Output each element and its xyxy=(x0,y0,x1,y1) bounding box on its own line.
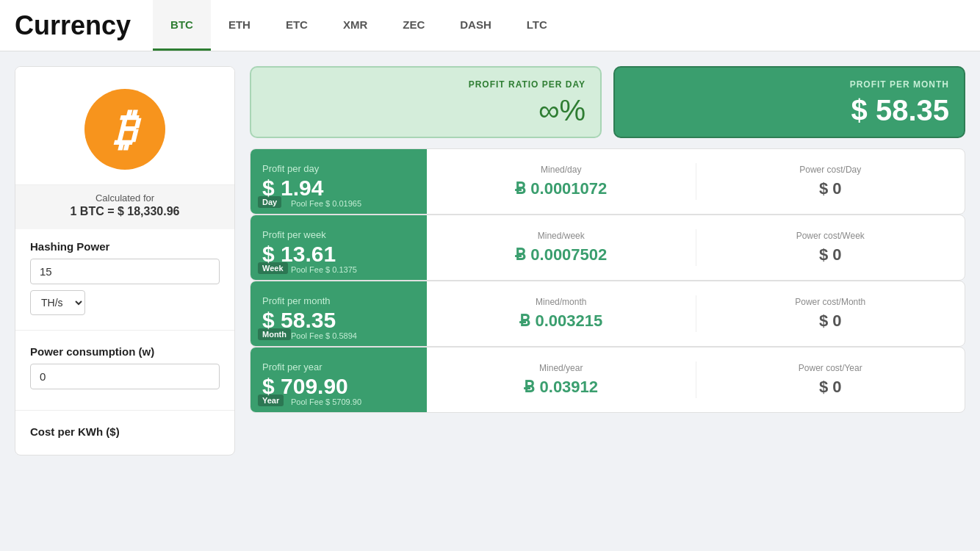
btc-price: 1 BTC = $ 18,330.96 xyxy=(30,205,220,218)
profit-ratio-card: PROFIT RATIO PER DAY ∞% xyxy=(250,66,602,138)
mined-label-day: Mined/day xyxy=(434,165,688,175)
mined-label-week: Mined/week xyxy=(434,231,688,241)
mined-value-week: Ƀ 0.0007502 xyxy=(434,245,688,264)
hashing-power-label: Hashing Power xyxy=(30,240,220,253)
data-row-right-year: Mined/year Ƀ 0.03912 Power cost/Year $ 0 xyxy=(427,347,965,412)
mined-label-year: Mined/year xyxy=(434,363,688,373)
tab-zec[interactable]: ZEC xyxy=(385,0,442,51)
row-period-badge-day: Day xyxy=(258,196,281,208)
power-value-day: $ 0 xyxy=(704,179,958,198)
power-value-year: $ 0 xyxy=(704,378,958,397)
power-label-day: Power cost/Day xyxy=(704,165,958,175)
row-period-badge-week: Week xyxy=(258,262,288,274)
data-row-right-day: Mined/day Ƀ 0.0001072 Power cost/Day $ 0 xyxy=(427,149,965,214)
row-fee-week: Pool Fee $ 0.1375 xyxy=(291,265,357,274)
calculated-for-label: Calculated for xyxy=(30,192,220,204)
profit-ratio-label: PROFIT RATIO PER DAY xyxy=(469,79,586,90)
cost-kwh-section: Cost per KWh ($) xyxy=(15,414,234,455)
power-value-week: $ 0 xyxy=(704,245,958,264)
power-consumption-input[interactable] xyxy=(30,364,220,389)
profit-ratio-value: ∞% xyxy=(538,96,586,125)
row-title-year: Profit per year xyxy=(262,361,415,372)
data-row-left-week: Profit per week $ 13.61 Week Pool Fee $ … xyxy=(251,215,427,280)
power-consumption-label: Power consumption (w) xyxy=(30,345,220,358)
profit-month-label: PROFIT PER MONTH xyxy=(850,79,949,90)
data-row-right-month: Mined/month Ƀ 0.003215 Power cost/Month … xyxy=(427,281,965,346)
row-period-badge-month: Month xyxy=(258,328,291,340)
currency-tabs: BTCETHETCXMRZECDASHLTC xyxy=(153,0,565,51)
row-fee-month: Pool Fee $ 0.5894 xyxy=(291,331,357,340)
tab-xmr[interactable]: XMR xyxy=(325,0,385,51)
hashing-unit-select[interactable]: TH/s GH/s MH/s xyxy=(30,290,85,315)
power-cell-day: Power cost/Day $ 0 xyxy=(696,157,965,206)
mined-value-year: Ƀ 0.03912 xyxy=(434,378,688,397)
data-row-left-month: Profit per month $ 58.35 Month Pool Fee … xyxy=(251,281,427,346)
data-rows-container: Profit per day $ 1.94 Day Pool Fee $ 0.0… xyxy=(250,148,965,413)
right-panel: PROFIT RATIO PER DAY ∞% PROFIT PER MONTH… xyxy=(250,66,965,455)
btc-logo: ₿ xyxy=(84,89,165,170)
mined-cell-week: Mined/week Ƀ 0.0007502 xyxy=(427,223,696,272)
row-fee-year: Pool Fee $ 5709.90 xyxy=(291,397,361,406)
row-value-year: $ 709.90 xyxy=(262,374,415,398)
data-row-week: Profit per week $ 13.61 Week Pool Fee $ … xyxy=(250,215,965,281)
tab-dash[interactable]: DASH xyxy=(442,0,509,51)
mined-value-month: Ƀ 0.003215 xyxy=(434,311,688,331)
page-title: Currency xyxy=(15,10,131,41)
hashing-power-section: Hashing Power TH/s GH/s MH/s xyxy=(15,229,234,326)
profit-month-card: PROFIT PER MONTH $ 58.35 xyxy=(613,66,965,138)
mined-cell-year: Mined/year Ƀ 0.03912 xyxy=(427,356,696,404)
data-row-left-year: Profit per year $ 709.90 Year Pool Fee $… xyxy=(251,347,427,412)
tab-etc[interactable]: ETC xyxy=(268,0,325,51)
row-title-week: Profit per week xyxy=(262,229,415,240)
coin-price-area: Calculated for 1 BTC = $ 18,330.96 xyxy=(15,184,234,229)
power-value-month: $ 0 xyxy=(704,311,958,331)
power-cell-week: Power cost/Week $ 0 xyxy=(696,223,965,272)
row-title-month: Profit per month xyxy=(262,295,415,306)
profit-month-value: $ 58.35 xyxy=(851,96,949,125)
tab-ltc[interactable]: LTC xyxy=(509,0,565,51)
tab-btc[interactable]: BTC xyxy=(153,0,211,51)
data-row-left-day: Profit per day $ 1.94 Day Pool Fee $ 0.0… xyxy=(251,149,427,214)
summary-row: PROFIT RATIO PER DAY ∞% PROFIT PER MONTH… xyxy=(250,66,965,138)
mined-cell-month: Mined/month Ƀ 0.003215 xyxy=(427,289,696,338)
cost-kwh-label: Cost per KWh ($) xyxy=(30,425,220,438)
left-panel: ₿ Calculated for 1 BTC = $ 18,330.96 Has… xyxy=(15,66,235,455)
data-row-right-week: Mined/week Ƀ 0.0007502 Power cost/Week $… xyxy=(427,215,965,280)
header: Currency BTCETHETCXMRZECDASHLTC xyxy=(0,0,980,51)
row-title-day: Profit per day xyxy=(262,163,415,174)
coin-logo-area: ₿ xyxy=(15,67,234,184)
hashing-power-input[interactable] xyxy=(30,259,220,284)
power-label-month: Power cost/Month xyxy=(704,297,958,307)
power-label-week: Power cost/Week xyxy=(704,231,958,241)
mined-value-day: Ƀ 0.0001072 xyxy=(434,179,688,198)
power-cell-month: Power cost/Month $ 0 xyxy=(696,289,965,338)
row-value-day: $ 1.94 xyxy=(262,176,415,200)
power-consumption-section: Power consumption (w) xyxy=(15,334,234,406)
mined-cell-day: Mined/day Ƀ 0.0001072 xyxy=(427,157,696,206)
data-row-year: Profit per year $ 709.90 Year Pool Fee $… xyxy=(250,347,965,413)
row-period-badge-year: Year xyxy=(258,395,284,406)
data-row-day: Profit per day $ 1.94 Day Pool Fee $ 0.0… xyxy=(250,148,965,215)
power-cell-year: Power cost/Year $ 0 xyxy=(696,356,965,404)
tab-eth[interactable]: ETH xyxy=(211,0,268,51)
mined-label-month: Mined/month xyxy=(434,297,688,307)
main-content: ₿ Calculated for 1 BTC = $ 18,330.96 Has… xyxy=(0,51,980,470)
row-fee-day: Pool Fee $ 0.01965 xyxy=(291,199,361,208)
data-row-month: Profit per month $ 58.35 Month Pool Fee … xyxy=(250,281,965,347)
power-label-year: Power cost/Year xyxy=(704,363,958,373)
